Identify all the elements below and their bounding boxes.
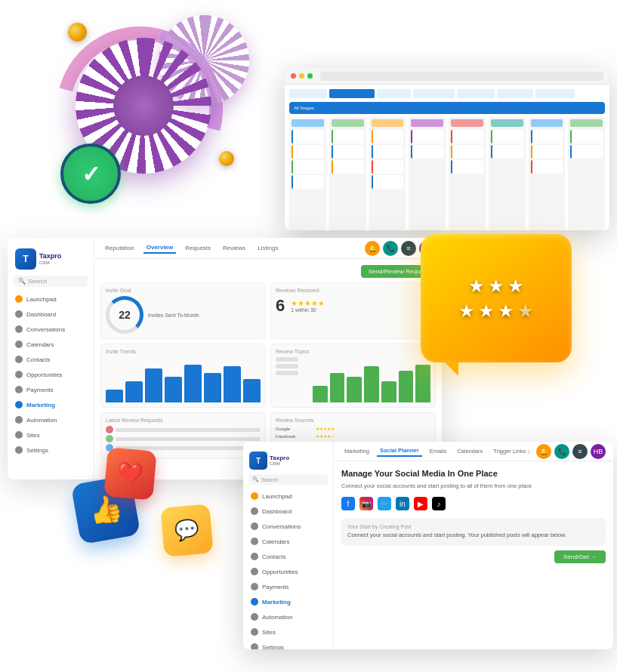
- pipeline-tab[interactable]: [497, 89, 533, 98]
- nav-tab-emails[interactable]: Emails: [427, 446, 450, 456]
- notification-btn[interactable]: 🔔: [365, 241, 380, 256]
- kanban-board: [289, 117, 605, 230]
- col-header: [372, 119, 404, 127]
- kanban-card[interactable]: [451, 145, 483, 159]
- search-icon: 🔍: [252, 476, 259, 482]
- kanban-card[interactable]: [491, 145, 523, 159]
- notification-btn[interactable]: 🔔: [536, 444, 551, 459]
- kanban-card[interactable]: [292, 160, 324, 174]
- tiktok-icon[interactable]: ♪: [432, 497, 446, 510]
- sidebar-item-marketing[interactable]: Marketing: [8, 397, 94, 412]
- sidebar-item-launchpad[interactable]: Launchpad: [243, 489, 333, 504]
- kanban-card[interactable]: [451, 160, 483, 174]
- nav-tab-listings[interactable]: Listings: [255, 243, 281, 253]
- kanban-card[interactable]: [372, 145, 404, 159]
- kanban-card[interactable]: [531, 160, 563, 174]
- sidebar-item-automation[interactable]: Automation: [243, 609, 333, 624]
- pipeline-tab[interactable]: [377, 89, 411, 98]
- user-btn[interactable]: HB: [591, 444, 606, 459]
- pipeline-tab[interactable]: [413, 89, 455, 98]
- twitter-icon[interactable]: 🐦: [378, 497, 391, 510]
- pipeline-tab-active[interactable]: [329, 89, 375, 98]
- kanban-card[interactable]: [411, 145, 443, 159]
- sidebar-item-automation[interactable]: Automation: [8, 412, 94, 427]
- legend-item: [276, 371, 298, 375]
- app-logo: T Taxpro CRM: [8, 244, 94, 276]
- sidebar-item-conversations[interactable]: Conversations: [8, 322, 94, 337]
- sidebar-item-opportunities[interactable]: Opportunities: [243, 564, 333, 579]
- sidebar-item-conversations[interactable]: Conversations: [243, 519, 333, 534]
- sidebar-item-dashboard[interactable]: Dashboard: [8, 307, 94, 322]
- sidebar-item-dashboard[interactable]: Dashboard: [243, 504, 333, 519]
- sidebar-item-payments[interactable]: Payments: [8, 382, 94, 397]
- social-manage-title: Manage Your Social Media In One Place: [341, 469, 606, 478]
- nav-tab-requests[interactable]: Requests: [182, 243, 214, 253]
- facebook-icon[interactable]: f: [341, 497, 355, 510]
- kanban-card[interactable]: [531, 145, 563, 159]
- linkedin-icon[interactable]: in: [396, 497, 409, 510]
- star-row-bottom: ★ ★ ★ ★: [458, 301, 534, 322]
- sidebar-item-sites[interactable]: Sites: [243, 624, 333, 640]
- star-icon-outline: ★: [517, 301, 534, 322]
- metric-title: Review Sources: [276, 418, 430, 423]
- nav-tab-marketing[interactable]: Marketing: [341, 446, 372, 456]
- ds-topbar: [285, 68, 609, 85]
- kanban-card[interactable]: [332, 145, 364, 159]
- nav-tab-reviews[interactable]: Reviews: [220, 243, 248, 253]
- kanban-card[interactable]: [292, 175, 324, 189]
- sidebar-item-marketing[interactable]: Marketing: [243, 594, 333, 609]
- phone-btn[interactable]: 📞: [383, 241, 398, 256]
- kanban-card[interactable]: [491, 130, 523, 143]
- sidebar-item-contacts[interactable]: Contacts: [8, 352, 94, 367]
- nav-tab-social-planner[interactable]: Social Planner: [377, 445, 422, 457]
- bar: [347, 377, 362, 402]
- send-post-btn[interactable]: Send/Get →: [554, 550, 606, 563]
- star-bubble: ★ ★ ★ ★ ★ ★ ★: [421, 234, 572, 362]
- nav-tab-calendars[interactable]: Calendars: [454, 446, 486, 456]
- sidebar-item-launchpad[interactable]: Launchpad: [8, 291, 94, 307]
- sidebar-item-calendars[interactable]: Calendars: [243, 534, 333, 549]
- kanban-card[interactable]: [451, 130, 483, 143]
- menu-btn[interactable]: ≡: [572, 444, 588, 459]
- pipeline-tab[interactable]: [289, 89, 327, 98]
- stage-selector[interactable]: All Stages: [289, 102, 605, 114]
- sidebar-item-calendars[interactable]: Calendars: [8, 337, 94, 352]
- bottom-logo-icon: T: [249, 452, 267, 470]
- bottom-search-bar[interactable]: 🔍 Search: [248, 474, 328, 485]
- search-bar[interactable]: 🔍 Search: [14, 276, 88, 287]
- col-header: [451, 119, 483, 127]
- kanban-card[interactable]: [531, 130, 563, 143]
- sidebar-item-payments[interactable]: Payments: [243, 579, 333, 594]
- source-name: Google: [276, 427, 313, 431]
- kanban-card[interactable]: [372, 175, 404, 189]
- app-topbar: Reputation Overview Requests Reviews Lis…: [94, 238, 442, 259]
- pipeline-tab[interactable]: [457, 89, 495, 98]
- bottom-app-screenshot: T Taxpro CRM 🔍 Search Launchpad Dashboar…: [243, 442, 613, 649]
- search-placeholder: Search: [261, 477, 278, 482]
- source-row: Facebook ★★★★☆: [276, 433, 430, 439]
- nav-tab-reputation[interactable]: Reputation: [102, 243, 137, 253]
- pipeline-tab[interactable]: [535, 89, 575, 98]
- opportunities-icon: [15, 371, 23, 378]
- kanban-card[interactable]: [332, 130, 364, 143]
- kanban-card[interactable]: [372, 130, 404, 143]
- phone-btn[interactable]: 📞: [554, 444, 569, 459]
- instagram-icon[interactable]: 📷: [359, 497, 373, 510]
- kanban-card[interactable]: [292, 145, 324, 159]
- sidebar-item-settings[interactable]: Settings: [243, 640, 333, 649]
- nav-tab-overview[interactable]: Overview: [143, 242, 177, 254]
- sidebar-item-opportunities[interactable]: Opportunities: [8, 367, 94, 382]
- kanban-card[interactable]: [372, 160, 404, 174]
- kanban-card[interactable]: [570, 130, 603, 143]
- review-metric: 6 ★★★★★ 1 within 30: [276, 296, 430, 316]
- nav-tab-trigger-links[interactable]: Trigger Links ↓: [490, 446, 533, 456]
- kanban-card[interactable]: [292, 130, 324, 143]
- kanban-card[interactable]: [570, 145, 603, 159]
- kanban-card[interactable]: [411, 130, 443, 143]
- sidebar-label: Sites: [262, 629, 276, 636]
- col-header: [411, 119, 443, 127]
- menu-btn[interactable]: ≡: [401, 241, 416, 256]
- sidebar-item-contacts[interactable]: Contacts: [243, 549, 333, 564]
- youtube-icon[interactable]: ▶: [414, 497, 427, 510]
- kanban-card[interactable]: [332, 160, 364, 174]
